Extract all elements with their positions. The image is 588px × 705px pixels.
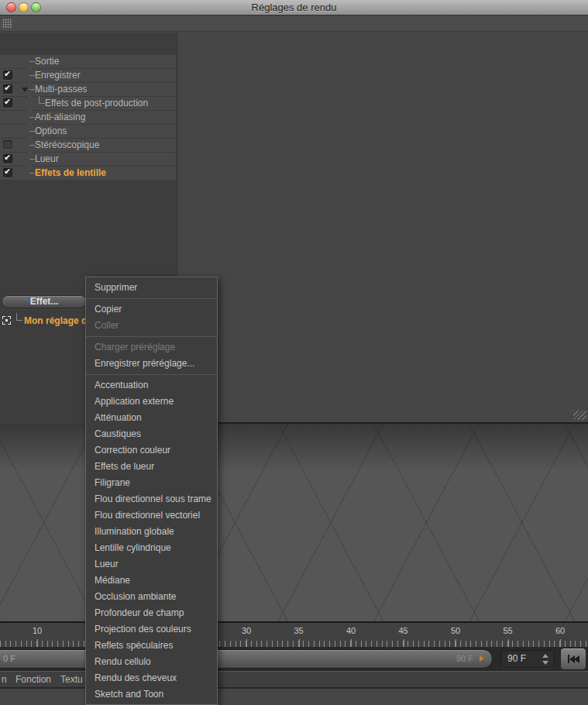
ruler-frame-55: 55 <box>503 626 512 635</box>
tree-item-enregistrer[interactable]: Enregistrer <box>0 69 176 82</box>
tree-item-sortie[interactable]: Sortie <box>0 55 176 68</box>
tree-dash-line <box>29 117 35 118</box>
menu-item-att-nuation[interactable]: Atténuation <box>86 410 217 426</box>
range-end-value: 90 F <box>456 650 473 668</box>
menu-item-lueur[interactable]: Lueur <box>86 556 217 573</box>
menu-item-projection-des-couleurs[interactable]: Projection des couleurs <box>86 621 217 638</box>
menu-item-supprimer[interactable]: Supprimer <box>86 280 217 296</box>
expander-triangle-icon[interactable] <box>22 88 28 92</box>
tree-dash-line <box>29 145 35 146</box>
tree-dash-line <box>29 89 35 90</box>
menubar-item-textu[interactable]: Textu <box>60 672 83 687</box>
menubar-item-n[interactable]: n <box>2 672 7 687</box>
menu-item-filigrane[interactable]: Filigrane <box>86 475 217 491</box>
checked-checkbox[interactable] <box>3 98 12 108</box>
checked-checkbox[interactable] <box>3 70 12 80</box>
range-start-value: 0 F <box>3 650 15 668</box>
tree-elbow-line <box>16 313 22 321</box>
go-to-start-button[interactable] <box>560 648 586 670</box>
menu-item-application-externe[interactable]: Application externe <box>86 394 217 410</box>
frame-range-slider[interactable]: 0 F 90 F <box>0 649 493 669</box>
render-preset-icon <box>2 316 11 325</box>
tree-item-label: Enregistrer <box>35 69 81 82</box>
tree-item-label: Stéréoscopique <box>35 139 99 152</box>
tree-item-anti-aliasing[interactable]: Anti-aliasing <box>0 111 176 124</box>
ruler-frame-30: 30 <box>242 626 251 635</box>
menu-item-flou-directionnel-sous-trame[interactable]: Flou directionnel sous trame <box>86 491 217 507</box>
toolbar-strip <box>0 15 588 32</box>
menu-item-flou-directionnel-vectoriel[interactable]: Flou directionnel vectoriel <box>86 507 217 524</box>
tree-dash-line <box>29 61 35 62</box>
menu-item-rendu-cellulo[interactable]: Rendu cellulo <box>86 654 217 670</box>
tree-item-effets-de-lentille[interactable]: Effets de lentille <box>0 167 176 180</box>
tree-item-lueur[interactable]: Lueur <box>0 153 176 166</box>
tree-elbow-line <box>39 96 45 104</box>
tree-item-label: Options <box>35 125 67 138</box>
tree-item-multi-passes[interactable]: Multi-passes <box>0 83 176 96</box>
menu-item-effets-de-lueur[interactable]: Effets de lueur <box>86 459 217 475</box>
effect-button[interactable]: Effet... <box>2 295 87 308</box>
screen: Réglages de rendu Moteur de rendu Rendu … <box>0 0 588 705</box>
grip-dots-icon[interactable] <box>2 19 12 29</box>
ruler-frame-60: 60 <box>555 626 565 635</box>
effect-context-menu: SupprimerCopierCollerCharger préréglageE… <box>85 277 218 705</box>
menu-item-caustiques[interactable]: Caustiques <box>86 426 217 442</box>
menu-item-copier[interactable]: Copier <box>86 301 217 318</box>
menu-item-rendu-des-cheveux[interactable]: Rendu des cheveux <box>86 670 217 686</box>
window-title: Réglages de rendu <box>0 0 588 15</box>
frame-field-value: 90 F <box>507 651 526 667</box>
tree-item-label: Anti-aliasing <box>35 111 85 124</box>
window-titlebar: Réglages de rendu <box>0 0 588 15</box>
menu-item-correction-couleur[interactable]: Correction couleur <box>86 442 217 459</box>
tree-item-label: Lueur <box>35 153 59 166</box>
tree-dash-line <box>29 131 35 132</box>
menu-item-illumination-globale[interactable]: Illumination globale <box>86 524 217 540</box>
range-end-arrow-icon[interactable] <box>480 655 484 662</box>
tree-item-label: Multi-passes <box>35 83 87 96</box>
tree-dash-line <box>29 173 35 174</box>
tree-item-label: Effets de lentille <box>35 167 106 180</box>
tree-item-label: Sortie <box>35 55 59 68</box>
menu-item-reflets-sp-culaires[interactable]: Reflets spéculaires <box>86 638 217 654</box>
unchecked-checkbox[interactable] <box>3 140 12 150</box>
menu-item-m-diane[interactable]: Médiane <box>86 573 217 589</box>
stepper-up-icon <box>542 654 548 658</box>
menu-item-occlusion-ambiante[interactable]: Occlusion ambiante <box>86 589 217 605</box>
menu-item-lentille-cylindrique[interactable]: Lentille cylindrique <box>86 540 217 556</box>
preset-label: Mon réglage d <box>24 315 87 327</box>
ruler-frame-10: 10 <box>33 626 42 635</box>
window-resize-grip-icon[interactable] <box>573 411 586 420</box>
checked-checkbox[interactable] <box>3 84 12 94</box>
menu-item-charger-pr-r-glage: Charger préréglage <box>86 339 217 356</box>
checked-checkbox[interactable] <box>3 154 12 163</box>
ruler-frame-40: 40 <box>346 626 356 635</box>
menu-separator <box>86 298 217 299</box>
frame-field[interactable]: 90 F <box>500 650 555 668</box>
menu-item-enregistrer-pr-r-glage[interactable]: Enregistrer préréglage... <box>86 356 217 372</box>
menubar-item-fonction[interactable]: Fonction <box>15 672 51 687</box>
menu-item-profondeur-de-champ[interactable]: Profondeur de champ <box>86 605 217 621</box>
menu-item-coller: Coller <box>86 318 217 334</box>
ruler-frame-45: 45 <box>398 626 407 635</box>
tree-item-label: Effets de post-production <box>45 97 148 110</box>
menu-item-sketch-and-toon[interactable]: Sketch and Toon <box>86 686 217 703</box>
ruler-frame-50: 50 <box>451 626 460 635</box>
checked-checkbox[interactable] <box>3 168 12 177</box>
menu-item-accentuation[interactable]: Accentuation <box>86 377 217 394</box>
ruler-frame-35: 35 <box>294 626 303 635</box>
menu-separator <box>86 336 217 337</box>
settings-tree: SortieEnregistrerMulti-passesEffets de p… <box>0 55 176 181</box>
menu-separator <box>86 374 217 375</box>
stepper-down-icon <box>542 661 548 665</box>
stepper-arrows[interactable] <box>542 653 548 665</box>
tree-item-effets-de-post-production[interactable]: Effets de post-production <box>0 97 176 110</box>
tree-dash-line <box>29 159 35 160</box>
tree-item-st-r-oscopique[interactable]: Stéréoscopique <box>0 139 176 152</box>
tree-dash-line <box>29 75 35 76</box>
tree-item-options[interactable]: Options <box>0 125 176 138</box>
